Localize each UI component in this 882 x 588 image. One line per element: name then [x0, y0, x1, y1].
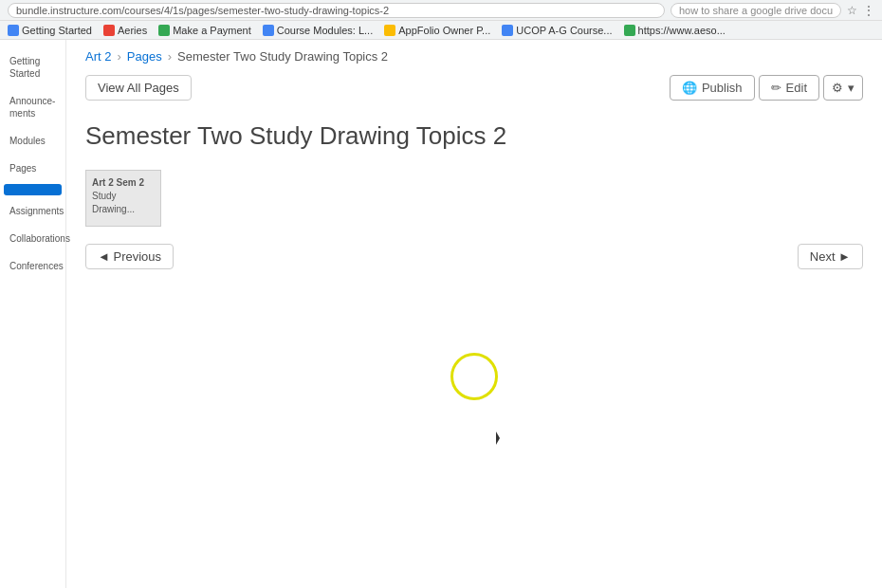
star-icon[interactable]: ☆ [847, 4, 857, 17]
bookmark-ucop[interactable]: UCOP A-G Course... [502, 25, 612, 36]
breadcrumb-pages-link[interactable]: Pages [127, 49, 162, 64]
gear-icon: ⚙ [832, 81, 843, 95]
publish-icon: 🌐 [682, 81, 697, 95]
previous-button[interactable]: ◄ Previous [85, 244, 174, 269]
card-thumbnail: Art 2 Sem 2 Study Drawing... [85, 170, 161, 227]
caret-icon: ▾ [848, 81, 854, 95]
toolbar: View All Pages 🌐 Publish ✏ Edit ⚙ ▾ [66, 69, 882, 106]
bookmark-label-aeries: Aeries [118, 25, 147, 36]
toolbar-right: 🌐 Publish ✏ Edit ⚙ ▾ [670, 75, 863, 101]
browser-nav-icons: ☆ ⋮ [847, 4, 874, 17]
bookmark-label-payment: Make a Payment [173, 25, 251, 36]
edit-icon: ✏ [771, 81, 781, 95]
sidebar-item-getting-started[interactable]: Getting Started [0, 49, 65, 85]
app-container: Getting Started Announce-ments Modules P… [0, 40, 882, 588]
search-text: how to share a google drive document in … [679, 5, 833, 16]
breadcrumb-course-link[interactable]: Art 2 [85, 49, 111, 64]
bookmark-icon-aeries [103, 25, 115, 36]
card-line2: Study [92, 190, 117, 203]
edit-label: Edit [786, 81, 807, 95]
browser-chrome: bundle.instructure.com/courses/4/1s/page… [0, 0, 882, 21]
bookmark-icon-payment [158, 25, 170, 36]
bookmark-label-getting-started: Getting Started [22, 25, 92, 36]
bookmark-appfolio[interactable]: AppFolio Owner P... [384, 25, 490, 36]
bookmark-icon-ucop [502, 25, 513, 36]
page-title: Semester Two Study Drawing Topics 2 [66, 106, 882, 160]
sidebar-item-conferences[interactable]: Conferences [0, 254, 65, 278]
view-all-pages-button[interactable]: View All Pages [85, 75, 192, 101]
bookmark-label-appfolio: AppFolio Owner P... [398, 25, 490, 36]
url-bar[interactable]: bundle.instructure.com/courses/4/1s/page… [8, 3, 665, 18]
nav-buttons: ◄ Previous Next ► [66, 236, 882, 277]
sidebar-item-assignments[interactable]: Assignments [0, 199, 65, 223]
settings-button[interactable]: ⚙ ▾ [823, 75, 863, 101]
next-button[interactable]: Next ► [798, 244, 863, 269]
menu-icon[interactable]: ⋮ [863, 4, 874, 17]
edit-button[interactable]: ✏ Edit [759, 75, 819, 101]
bookmark-getting-started[interactable]: Getting Started [8, 25, 92, 36]
bookmark-course-modules[interactable]: Course Modules: L... [263, 25, 374, 36]
publish-button[interactable]: 🌐 Publish [670, 75, 755, 101]
bookmark-icon-course-modules [263, 25, 274, 36]
breadcrumb-current-page: Semester Two Study Drawing Topics 2 [177, 49, 388, 64]
bookmark-aeso[interactable]: https://www.aeso... [624, 25, 726, 36]
bookmark-aeries[interactable]: Aeries [103, 25, 147, 36]
bookmark-payment[interactable]: Make a Payment [158, 25, 251, 36]
cursor [496, 432, 505, 445]
card-line1: Art 2 Sem 2 [92, 176, 144, 190]
sidebar-item-active[interactable] [4, 184, 62, 195]
bookmark-icon-aeso [624, 25, 635, 36]
bookmark-label-ucop: UCOP A-G Course... [516, 25, 612, 36]
content-area: Art 2 › Pages › Semester Two Study Drawi… [66, 40, 882, 588]
breadcrumb: Art 2 › Pages › Semester Two Study Drawi… [66, 40, 882, 69]
sidebar-item-announcements[interactable]: Announce-ments [0, 89, 65, 125]
breadcrumb-sep-1: › [117, 49, 120, 64]
card-line3: Drawing... [92, 203, 135, 216]
publish-label: Publish [702, 81, 743, 95]
search-bar[interactable]: how to share a google drive document in … [671, 3, 841, 18]
breadcrumb-sep-2: › [168, 49, 172, 64]
url-text: bundle.instructure.com/courses/4/1s/page… [16, 5, 389, 16]
sidebar: Getting Started Announce-ments Modules P… [0, 40, 66, 588]
sidebar-item-collaborations[interactable]: Collaborations [0, 227, 65, 250]
loading-spinner [450, 353, 498, 400]
spinner-container [66, 277, 882, 400]
sidebar-item-pages[interactable]: Pages [0, 156, 65, 180]
bookmarks-bar: Getting Started Aeries Make a Payment Co… [0, 21, 882, 40]
bookmark-icon-getting-started [8, 25, 19, 36]
content-card: Art 2 Sem 2 Study Drawing... [85, 170, 863, 227]
bookmark-icon-appfolio [384, 25, 395, 36]
bookmark-label-aeso: https://www.aeso... [638, 25, 726, 36]
bookmark-label-course-modules: Course Modules: L... [277, 25, 374, 36]
sidebar-item-modules[interactable]: Modules [0, 129, 65, 153]
